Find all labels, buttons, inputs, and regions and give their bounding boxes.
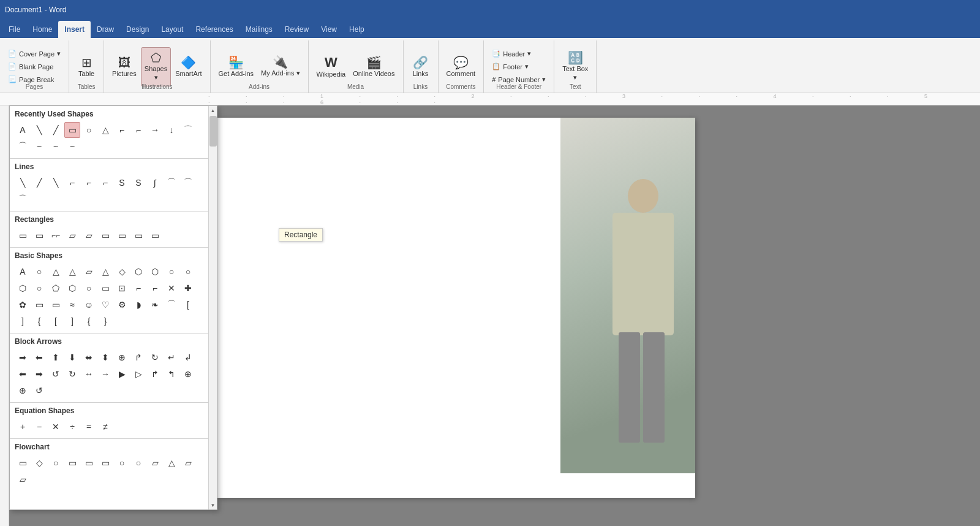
shape-item[interactable]: ▭ [31,227,47,243]
shape-item[interactable]: ⌐ [130,280,146,296]
shape-item[interactable]: ▶ [114,366,130,382]
shape-item[interactable]: ⌒ [15,139,31,154]
shape-item[interactable]: ○ [81,280,97,296]
shape-item[interactable]: ⬡ [147,264,163,280]
shape-item[interactable]: ○ [48,455,64,471]
shape-item[interactable]: ⌒ [180,175,196,191]
shape-item[interactable]: − [31,419,47,435]
comment-button[interactable]: 💬 Comment [443,47,479,86]
shape-item[interactable]: ▭ [48,297,64,313]
my-addins-button[interactable]: 🔌 My Add-ins ▾ [258,47,303,86]
shape-item[interactable]: ▭ [64,455,80,471]
shape-item[interactable]: ▱ [15,471,31,487]
shape-item[interactable]: ╲ [15,175,31,191]
shape-item[interactable]: ↲ [180,349,196,365]
shape-item[interactable]: ○ [164,264,179,280]
shape-item[interactable]: ◇ [114,264,130,280]
tab-home[interactable]: Home [26,21,58,38]
shape-item[interactable]: △ [164,455,179,471]
shape-item[interactable]: ◇ [31,455,47,471]
blank-page-button[interactable]: 📄 Blank Page [5,61,64,73]
shape-item[interactable]: ↵ [164,349,179,365]
shape-item[interactable]: ⌐ [81,175,97,191]
shape-item[interactable]: ✿ [15,297,31,313]
tab-review[interactable]: Review [279,21,315,38]
shape-item[interactable]: ◗ [130,297,146,313]
shape-item[interactable]: ⊕ [180,366,196,382]
scrollbar-up-arrow[interactable]: ▲ [209,106,217,115]
shape-item[interactable]: ⌐ [64,175,80,191]
shape-item[interactable]: ▭ [130,227,146,243]
shape-item[interactable]: ↰ [164,366,179,382]
header-button[interactable]: 📑 Header ▾ [489,48,549,60]
shape-item[interactable]: ↺ [31,383,47,398]
shape-item[interactable]: ▭ [81,455,97,471]
pictures-button[interactable]: 🖼 Pictures [109,47,140,86]
shape-item[interactable]: △ [97,264,113,280]
shape-item[interactable]: S [114,175,130,191]
shape-item[interactable]: ╲ [48,175,64,191]
shape-item[interactable]: ✚ [180,280,196,296]
shape-item[interactable]: [ [48,313,64,329]
shape-item[interactable]: △ [97,122,113,138]
shape-item[interactable]: ▱ [81,227,97,243]
tab-mailings[interactable]: Mailings [239,21,279,38]
shape-item[interactable]: ⬡ [64,280,80,296]
cover-page-button[interactable]: 📄 Cover Page ▾ [5,48,64,60]
shape-item[interactable]: ▭ [15,455,31,471]
shape-item[interactable]: ○ [180,264,196,280]
shape-item[interactable]: [ [180,297,196,313]
shape-item[interactable]: + [15,419,31,435]
shape-item[interactable]: ↔ [81,366,97,382]
shape-item[interactable]: ╱ [31,175,47,191]
scrollbar-thumb[interactable] [209,116,217,147]
shape-item[interactable]: } [97,313,113,329]
shape-item[interactable]: ⊕ [15,383,31,398]
tab-references[interactable]: References [189,21,239,38]
shape-item[interactable]: A [15,122,31,138]
shape-item[interactable]: ⬠ [48,280,64,296]
text-box-button[interactable]: 🔠 Text Box ▾ [559,47,591,86]
shape-item[interactable]: ÷ [64,419,80,435]
shape-item[interactable]: ≠ [97,419,113,435]
table-button[interactable]: ⊞ Table [74,47,99,86]
online-videos-button[interactable]: 🎬 Online Videos [350,47,398,86]
shape-item[interactable]: ▭ [97,280,113,296]
shape-item[interactable]: ☺ [81,297,97,313]
shape-item[interactable]: ▱ [180,455,196,471]
shape-item[interactable]: ○ [31,280,47,296]
tab-draw[interactable]: Draw [91,21,120,38]
shape-item[interactable]: ⚙ [114,297,130,313]
shape-item[interactable]: ▷ [130,366,146,382]
shape-item[interactable]: ○ [81,122,97,138]
shape-item[interactable]: ○ [130,455,146,471]
footer-button[interactable]: 📋 Footer ▾ [489,61,549,73]
shape-item[interactable]: ⬍ [97,349,113,365]
shapes-button[interactable]: ⬠ Shapes ▾ [141,47,171,86]
scrollbar-down-arrow[interactable]: ▼ [209,501,217,509]
smartart-button[interactable]: 🔷 SmartArt [172,47,205,86]
shape-item[interactable]: ↻ [64,366,80,382]
shape-item[interactable]: ∫ [147,175,163,191]
shape-item[interactable]: ⌐ [97,175,113,191]
shape-item[interactable]: ▱ [81,264,97,280]
tab-view[interactable]: View [315,21,343,38]
tab-design[interactable]: Design [120,21,155,38]
shape-item[interactable]: ⌒ [15,191,31,207]
shape-item[interactable]: △ [48,264,64,280]
shape-item[interactable]: ⬅ [31,349,47,365]
shape-item[interactable]: ⊕ [114,349,130,365]
panel-scrollbar[interactable]: ▲ ▼ [208,106,217,509]
shape-item[interactable]: ▭ [147,227,163,243]
shape-item[interactable]: ▱ [64,227,80,243]
shape-item[interactable]: ⬇ [64,349,80,365]
shape-item[interactable]: ▭ [97,227,113,243]
shape-item[interactable]: ⌒ [164,175,179,191]
shape-item[interactable]: ↱ [130,349,146,365]
shape-item[interactable]: ⌒ [164,297,179,313]
shape-item[interactable]: ╱ [48,122,64,138]
shape-item[interactable]: ↓ [164,122,179,138]
shape-item[interactable]: ♡ [97,297,113,313]
shape-item[interactable]: ⬌ [81,349,97,365]
shape-item[interactable]: ○ [114,455,130,471]
